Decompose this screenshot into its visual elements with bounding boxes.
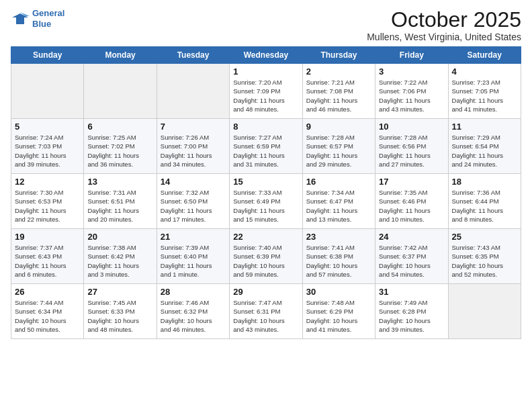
weekday-header: Saturday	[448, 47, 521, 64]
header: General Blue October 2025 Mullens, West …	[11, 8, 521, 42]
day-info: Sunrise: 7:37 AM Sunset: 6:43 PM Dayligh…	[15, 243, 80, 279]
day-number: 30	[306, 287, 371, 297]
calendar-cell	[84, 64, 157, 119]
day-info: Sunrise: 7:43 AM Sunset: 6:35 PM Dayligh…	[452, 243, 517, 279]
month-title: October 2025	[367, 8, 521, 32]
day-number: 29	[233, 287, 298, 297]
day-info: Sunrise: 7:49 AM Sunset: 6:28 PM Dayligh…	[379, 298, 444, 334]
calendar-cell: 5Sunrise: 7:24 AM Sunset: 7:03 PM Daylig…	[11, 119, 84, 174]
day-number: 26	[15, 287, 80, 297]
day-info: Sunrise: 7:35 AM Sunset: 6:46 PM Dayligh…	[379, 188, 444, 224]
day-number: 9	[306, 122, 371, 132]
day-number: 24	[379, 232, 444, 242]
calendar-cell: 18Sunrise: 7:36 AM Sunset: 6:44 PM Dayli…	[448, 174, 521, 229]
day-info: Sunrise: 7:41 AM Sunset: 6:38 PM Dayligh…	[306, 243, 371, 279]
weekday-header: Sunday	[11, 47, 84, 64]
day-info: Sunrise: 7:23 AM Sunset: 7:05 PM Dayligh…	[452, 78, 517, 113]
day-info: Sunrise: 7:21 AM Sunset: 7:08 PM Dayligh…	[306, 78, 371, 113]
calendar-cell: 13Sunrise: 7:31 AM Sunset: 6:51 PM Dayli…	[84, 174, 157, 229]
day-number: 6	[87, 122, 152, 132]
day-number: 27	[87, 287, 152, 297]
calendar-body: 1Sunrise: 7:20 AM Sunset: 7:09 PM Daylig…	[11, 64, 521, 339]
calendar-week-row: 26Sunrise: 7:44 AM Sunset: 6:34 PM Dayli…	[11, 284, 521, 339]
day-info: Sunrise: 7:28 AM Sunset: 6:57 PM Dayligh…	[306, 133, 371, 169]
weekday-header: Thursday	[302, 47, 375, 64]
title-block: October 2025 Mullens, West Virginia, Uni…	[367, 8, 521, 42]
day-info: Sunrise: 7:42 AM Sunset: 6:37 PM Dayligh…	[379, 243, 444, 279]
weekday-row: SundayMondayTuesdayWednesdayThursdayFrid…	[11, 47, 521, 64]
calendar-cell: 6Sunrise: 7:25 AM Sunset: 7:02 PM Daylig…	[84, 119, 157, 174]
calendar-cell	[157, 64, 229, 119]
calendar-cell: 10Sunrise: 7:28 AM Sunset: 6:56 PM Dayli…	[375, 119, 448, 174]
day-info: Sunrise: 7:22 AM Sunset: 7:06 PM Dayligh…	[379, 78, 444, 113]
day-number: 20	[87, 232, 152, 242]
calendar-cell: 9Sunrise: 7:28 AM Sunset: 6:57 PM Daylig…	[302, 119, 375, 174]
calendar-cell: 19Sunrise: 7:37 AM Sunset: 6:43 PM Dayli…	[11, 229, 84, 284]
calendar-cell: 22Sunrise: 7:40 AM Sunset: 6:39 PM Dayli…	[230, 229, 302, 284]
day-info: Sunrise: 7:38 AM Sunset: 6:42 PM Dayligh…	[87, 243, 152, 279]
weekday-header: Friday	[375, 47, 448, 64]
calendar-week-row: 5Sunrise: 7:24 AM Sunset: 7:03 PM Daylig…	[11, 119, 521, 174]
day-info: Sunrise: 7:34 AM Sunset: 6:47 PM Dayligh…	[306, 188, 371, 224]
day-info: Sunrise: 7:20 AM Sunset: 7:09 PM Dayligh…	[233, 78, 298, 113]
day-number: 11	[452, 122, 517, 132]
day-info: Sunrise: 7:24 AM Sunset: 7:03 PM Dayligh…	[15, 133, 80, 169]
calendar-cell: 11Sunrise: 7:29 AM Sunset: 6:54 PM Dayli…	[448, 119, 521, 174]
calendar-cell: 20Sunrise: 7:38 AM Sunset: 6:42 PM Dayli…	[84, 229, 157, 284]
calendar-cell: 23Sunrise: 7:41 AM Sunset: 6:38 PM Dayli…	[302, 229, 375, 284]
calendar-cell: 28Sunrise: 7:46 AM Sunset: 6:32 PM Dayli…	[157, 284, 229, 339]
logo-text: General Blue	[32, 8, 64, 29]
day-number: 12	[15, 177, 80, 187]
day-number: 17	[379, 177, 444, 187]
calendar-table: SundayMondayTuesdayWednesdayThursdayFrid…	[11, 46, 521, 339]
calendar-cell: 27Sunrise: 7:45 AM Sunset: 6:33 PM Dayli…	[84, 284, 157, 339]
calendar-cell: 3Sunrise: 7:22 AM Sunset: 7:06 PM Daylig…	[375, 64, 448, 119]
day-number: 31	[379, 287, 444, 297]
calendar-cell	[448, 284, 521, 339]
day-number: 18	[452, 177, 517, 187]
calendar-cell: 2Sunrise: 7:21 AM Sunset: 7:08 PM Daylig…	[302, 64, 375, 119]
weekday-header: Tuesday	[157, 47, 229, 64]
day-number: 22	[233, 232, 298, 242]
day-number: 28	[161, 287, 226, 297]
calendar-cell: 14Sunrise: 7:32 AM Sunset: 6:50 PM Dayli…	[157, 174, 229, 229]
logo: General Blue	[11, 8, 64, 29]
day-number: 5	[15, 122, 80, 132]
day-info: Sunrise: 7:44 AM Sunset: 6:34 PM Dayligh…	[15, 298, 80, 334]
calendar-cell: 17Sunrise: 7:35 AM Sunset: 6:46 PM Dayli…	[375, 174, 448, 229]
day-number: 14	[161, 177, 226, 187]
calendar-header: SundayMondayTuesdayWednesdayThursdayFrid…	[11, 47, 521, 64]
day-info: Sunrise: 7:48 AM Sunset: 6:29 PM Dayligh…	[306, 298, 371, 334]
calendar-cell: 31Sunrise: 7:49 AM Sunset: 6:28 PM Dayli…	[375, 284, 448, 339]
calendar-cell: 16Sunrise: 7:34 AM Sunset: 6:47 PM Dayli…	[302, 174, 375, 229]
calendar-cell: 21Sunrise: 7:39 AM Sunset: 6:40 PM Dayli…	[157, 229, 229, 284]
day-number: 2	[306, 66, 371, 77]
day-info: Sunrise: 7:32 AM Sunset: 6:50 PM Dayligh…	[161, 188, 226, 224]
day-number: 25	[452, 232, 517, 242]
day-info: Sunrise: 7:33 AM Sunset: 6:49 PM Dayligh…	[233, 188, 298, 224]
day-info: Sunrise: 7:47 AM Sunset: 6:31 PM Dayligh…	[233, 298, 298, 334]
day-number: 8	[233, 122, 298, 132]
day-number: 15	[233, 177, 298, 187]
calendar-cell	[11, 64, 84, 119]
day-info: Sunrise: 7:26 AM Sunset: 7:00 PM Dayligh…	[161, 133, 226, 169]
day-info: Sunrise: 7:30 AM Sunset: 6:53 PM Dayligh…	[15, 188, 80, 224]
day-info: Sunrise: 7:27 AM Sunset: 6:59 PM Dayligh…	[233, 133, 298, 169]
day-number: 19	[15, 232, 80, 242]
calendar-cell: 24Sunrise: 7:42 AM Sunset: 6:37 PM Dayli…	[375, 229, 448, 284]
calendar-cell: 25Sunrise: 7:43 AM Sunset: 6:35 PM Dayli…	[448, 229, 521, 284]
day-number: 13	[87, 177, 152, 187]
calendar-cell: 30Sunrise: 7:48 AM Sunset: 6:29 PM Dayli…	[302, 284, 375, 339]
day-info: Sunrise: 7:28 AM Sunset: 6:56 PM Dayligh…	[379, 133, 444, 169]
location: Mullens, West Virginia, United States	[367, 32, 521, 42]
calendar-week-row: 1Sunrise: 7:20 AM Sunset: 7:09 PM Daylig…	[11, 64, 521, 119]
calendar-week-row: 19Sunrise: 7:37 AM Sunset: 6:43 PM Dayli…	[11, 229, 521, 284]
day-number: 4	[452, 66, 517, 77]
calendar-week-row: 12Sunrise: 7:30 AM Sunset: 6:53 PM Dayli…	[11, 174, 521, 229]
day-number: 7	[161, 122, 226, 132]
day-number: 1	[233, 66, 298, 77]
day-info: Sunrise: 7:31 AM Sunset: 6:51 PM Dayligh…	[87, 188, 152, 224]
day-info: Sunrise: 7:46 AM Sunset: 6:32 PM Dayligh…	[161, 298, 226, 334]
calendar-cell: 29Sunrise: 7:47 AM Sunset: 6:31 PM Dayli…	[230, 284, 302, 339]
day-number: 23	[306, 232, 371, 242]
